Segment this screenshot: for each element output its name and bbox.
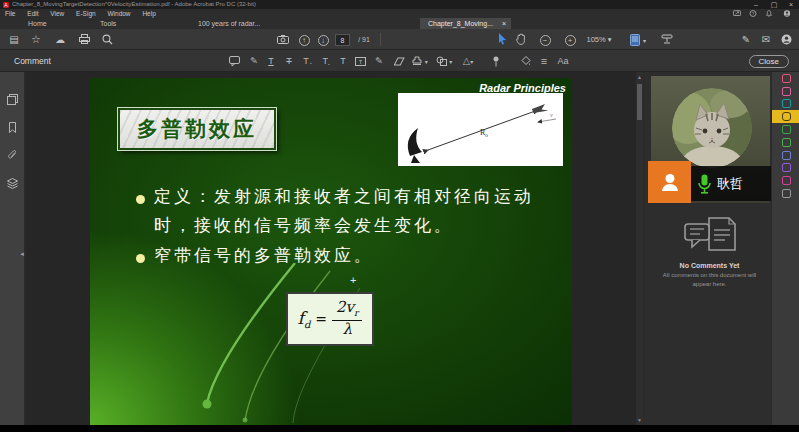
tab-bar: Home Tools 100 years of radar... Chapter… (0, 18, 799, 29)
line-thickness-icon[interactable]: ≡ (536, 50, 552, 72)
help-icon[interactable]: ? (749, 10, 757, 17)
tool-print-production[interactable] (772, 136, 799, 149)
replace-text-icon[interactable]: T⌄ (300, 50, 316, 72)
comment-toolbar: Comment ✎ T T T⌄ Tˬ T T ✎ ▾ ▾ △▾ (0, 50, 799, 72)
airplane-icon (532, 104, 549, 113)
chevron-down-icon: ▾ (643, 38, 646, 44)
next-page-icon[interactable]: ↓ (315, 29, 331, 50)
stamp-icon[interactable]: ▾ (409, 50, 431, 72)
tab-tools[interactable]: Tools (92, 18, 124, 29)
add-text-icon[interactable]: T (336, 50, 350, 72)
menu-window[interactable]: Window (102, 9, 135, 18)
connected-lines-icon[interactable]: △▾ (457, 50, 479, 72)
menu-view[interactable]: View (45, 9, 69, 18)
tool-combine-files[interactable] (772, 123, 799, 136)
menu-help[interactable]: Help (137, 9, 160, 18)
no-comments-subtitle: All comments on this document will appea… (648, 269, 771, 289)
sign-pen-icon[interactable]: ✎ (738, 29, 754, 50)
share-screen-icon[interactable] (733, 10, 741, 17)
previous-page-icon[interactable]: ↑ (296, 29, 312, 50)
notifications-bell-icon[interactable] (765, 10, 773, 17)
pdf-slide-page[interactable]: 多普勒效应 Radar Principles R0 v 定义：发射源和接收者之间… (90, 78, 572, 425)
radar-dish-icon (408, 128, 422, 156)
close-window-button[interactable]: × (784, 0, 798, 9)
layers-icon[interactable] (7, 178, 18, 189)
tool-more-tools[interactable] (772, 187, 799, 200)
profile-icon[interactable] (783, 10, 791, 17)
zoom-out-icon[interactable]: − (537, 29, 553, 50)
select-pointer-icon[interactable] (494, 29, 510, 50)
account-person-icon[interactable] (778, 29, 794, 50)
tools-panel (771, 72, 799, 425)
slide-title-box: 多普勒效应 (118, 108, 276, 150)
participant-name-bar: 耿哲 (691, 166, 771, 201)
svg-text:v: v (550, 112, 553, 118)
formula-equals: = (315, 311, 327, 327)
highlighter-icon[interactable]: ✎ (246, 50, 262, 72)
left-navigation-pane: ◄ (0, 72, 25, 425)
shapes-icon[interactable]: ▾ (433, 50, 455, 72)
text-box-icon[interactable]: T (352, 50, 368, 72)
minimize-button[interactable]: – (749, 0, 763, 9)
star-icon[interactable]: ☆ (28, 29, 44, 50)
presence-tile[interactable] (648, 161, 691, 203)
acrobat-app-icon: A (3, 2, 9, 8)
print-icon[interactable] (76, 29, 92, 50)
window-bottom-edge (0, 425, 799, 432)
hand-tool-icon[interactable] (513, 29, 529, 50)
vertical-scrollbar[interactable] (636, 72, 643, 425)
tool-comment[interactable] (772, 110, 799, 123)
page-number-input[interactable]: 8 (335, 34, 350, 46)
scroll-down-icon[interactable]: ▼ (636, 416, 643, 424)
attachments-paperclip-icon[interactable] (7, 150, 18, 161)
page-thumbnails-icon[interactable] (7, 94, 18, 105)
eraser-icon[interactable] (391, 50, 407, 72)
formula-f: fd (298, 308, 311, 330)
zoom-in-icon[interactable]: + (562, 29, 578, 50)
underline-text-icon[interactable]: T (264, 50, 278, 72)
scroll-up-icon[interactable]: ▲ (636, 73, 643, 81)
radar-diagram: R0 v (398, 93, 563, 166)
tool-compress[interactable] (772, 174, 799, 187)
range-annotation: R0 (480, 128, 488, 138)
strikethrough-text-icon[interactable]: T (282, 50, 296, 72)
page-display-icon[interactable]: ▾ (626, 29, 650, 50)
save-icon[interactable]: ▤ (6, 29, 22, 50)
scrollbar-thumb[interactable] (637, 84, 642, 120)
fill-color-icon[interactable] (518, 50, 534, 72)
ruler-tool-icon[interactable] (658, 29, 676, 50)
chevron-down-icon: ▾ (608, 35, 612, 44)
maximize-button[interactable]: ▢ (767, 0, 781, 9)
menu-edit[interactable]: Edit (22, 9, 43, 18)
sticky-note-icon[interactable] (226, 50, 242, 72)
insert-text-icon[interactable]: Tˬ (318, 50, 334, 72)
text-cursor-crosshair: + (350, 274, 356, 286)
menu-file[interactable]: File (0, 9, 20, 18)
cloud-upload-icon[interactable]: ☁ (52, 29, 68, 50)
participant-name: 耿哲 (717, 175, 743, 193)
tool-protect[interactable] (772, 149, 799, 162)
pin-attachment-icon[interactable] (488, 50, 504, 72)
close-comment-button[interactable]: Close (749, 55, 789, 68)
tab-doc-100-years[interactable]: 100 years of radar... (190, 18, 268, 29)
tool-create-pdf[interactable] (772, 72, 799, 85)
tab-close-icon[interactable]: × (502, 18, 506, 29)
bullet-definition: 定义：发射源和接收者之间有相对径向运动时，接收的信号频率会发生变化。 (154, 182, 536, 240)
bookmarks-icon[interactable] (7, 122, 18, 133)
tool-fill-sign[interactable] (772, 162, 799, 175)
main-toolbar: ▤ ☆ ☁ ↑ ↓ 8 / 91 − + 105% ▾ ▾ (0, 29, 799, 50)
menu-esign[interactable]: E-Sign (71, 9, 101, 18)
text-properties-icon[interactable]: Aa (554, 50, 572, 72)
zoom-level-select[interactable]: 105% ▾ (584, 29, 614, 50)
snapshot-camera-icon[interactable] (274, 29, 292, 50)
tab-doc-chapter8[interactable]: Chapter_8_Moving... × (420, 18, 511, 29)
tool-organize-pages[interactable] (772, 85, 799, 98)
bullet-narrowband: 窄带信号的多普勒效应。 (154, 241, 536, 270)
tab-home[interactable]: Home (20, 18, 55, 29)
page-count-label: / 91 (352, 29, 376, 50)
envelope-icon[interactable]: ✉ (758, 29, 774, 50)
search-icon[interactable] (99, 29, 115, 50)
draw-pencil-icon[interactable]: ✎ (371, 50, 387, 72)
collapse-left-pane-icon[interactable]: ◄ (19, 250, 25, 258)
tool-edit-pdf[interactable] (772, 98, 799, 111)
